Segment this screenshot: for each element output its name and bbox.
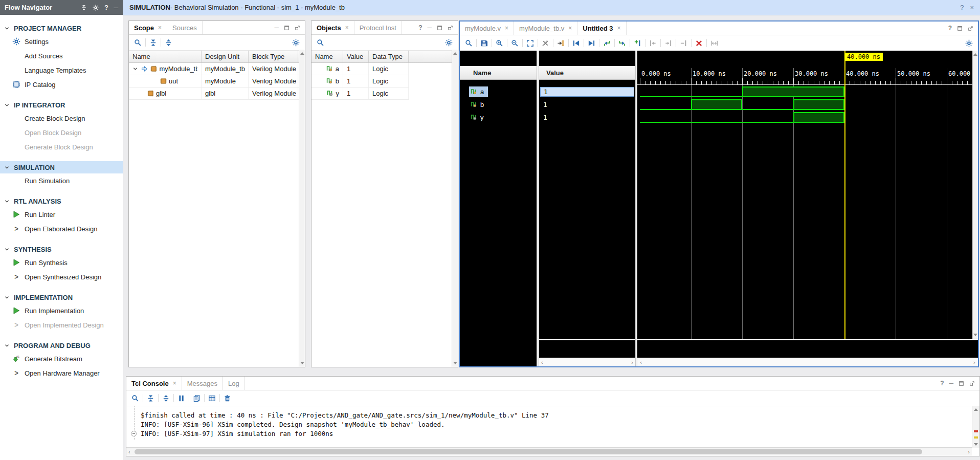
scroll-down-icon[interactable] (300, 362, 304, 364)
expand-all-icon[interactable] (162, 37, 175, 48)
zoom-cursor-icon[interactable] (539, 37, 552, 49)
trash-icon[interactable] (221, 392, 234, 404)
nav-item-run-linter[interactable]: Run Linter (0, 207, 123, 222)
help-icon[interactable]: ? (960, 4, 964, 11)
scope-row[interactable]: uutmyModuleVerilog Module (129, 75, 305, 87)
nav-item-ip-catalog[interactable]: IP Catalog (0, 77, 123, 92)
nav-item-open-hardware-manager[interactable]: >Open Hardware Manager (0, 366, 123, 380)
nav-item-create-block-design[interactable]: Create Block Design (0, 111, 123, 125)
wave-vertical-scrollbar[interactable] (972, 51, 978, 339)
nav-section-header-simulation[interactable]: SIMULATION (0, 161, 123, 173)
scroll-down-icon[interactable] (974, 443, 978, 446)
nav-section-header-rtl-analysis[interactable]: RTL ANALYSIS (0, 195, 123, 207)
nav-item-open-synthesized-design[interactable]: >Open Synthesized Design (0, 270, 123, 284)
column-header-design-unit[interactable]: Design Unit (202, 51, 249, 62)
gear-icon[interactable] (93, 5, 99, 11)
swap-cursors-icon[interactable] (708, 37, 721, 49)
scope-tab-scope[interactable]: Scope× (129, 21, 167, 34)
nav-section-header-synthesis[interactable]: SYNTHESIS (0, 243, 123, 255)
scrollbar-thumb[interactable] (135, 449, 922, 454)
go-to-time-icon[interactable] (554, 37, 567, 49)
pause-icon[interactable] (175, 392, 188, 404)
chevron-down-icon[interactable] (4, 247, 10, 252)
objects-row[interactable]: b1Logic (311, 75, 409, 87)
nav-section-header-ip-integrator[interactable]: IP INTEGRATOR (0, 99, 123, 111)
wave-tab-untitled-3[interactable]: Untitled 3× (577, 21, 626, 35)
maximize-icon[interactable] (437, 25, 442, 31)
warning-marker[interactable] (974, 436, 978, 439)
nav-item-open-elaborated-design[interactable]: >Open Elaborated Design (0, 222, 123, 236)
console-hscrollbar[interactable]: ‹ › (126, 447, 972, 456)
console-tab-tcl-console[interactable]: Tcl Console× (126, 377, 182, 390)
collapse-all-icon[interactable] (144, 392, 157, 404)
help-icon[interactable]: ? (940, 380, 944, 387)
collapse-all-icon[interactable] (81, 5, 87, 11)
console-output[interactable]: $finish called at time : 40 ns : File "C… (126, 406, 971, 440)
nav-item-run-synthesis[interactable]: Run Synthesis (0, 255, 123, 270)
minimize-icon[interactable]: ─ (274, 24, 279, 31)
collapse-all-icon[interactable] (147, 37, 160, 48)
float-icon[interactable] (968, 26, 973, 31)
nav-item-language-templates[interactable]: Language Templates (0, 63, 123, 77)
column-header-name[interactable]: Name (129, 51, 202, 62)
objects-row[interactable]: y1Logic (311, 87, 409, 100)
scroll-up-icon[interactable] (973, 53, 977, 56)
scope-vertical-scrollbar[interactable] (299, 50, 305, 367)
scroll-left-icon[interactable]: ‹ (128, 449, 130, 455)
copy-icon[interactable] (190, 392, 203, 404)
search-icon[interactable] (462, 37, 475, 49)
minimize-icon[interactable]: ─ (949, 380, 953, 387)
wave-signal-value-row[interactable]: 1 (539, 85, 635, 98)
settings-gear-icon[interactable] (442, 37, 455, 48)
float-icon[interactable] (969, 381, 975, 386)
zoom-fit-icon[interactable] (524, 37, 537, 49)
maximize-icon[interactable] (957, 26, 963, 31)
nav-section-header-implementation[interactable]: IMPLEMENTATION (0, 291, 123, 303)
nav-section-header-project-manager[interactable]: PROJECT MANAGER (0, 22, 123, 34)
settings-gear-icon[interactable] (289, 37, 302, 48)
error-marker[interactable] (974, 430, 978, 432)
close-icon[interactable]: × (173, 380, 176, 387)
column-header-data-type[interactable]: Data Type (369, 51, 409, 62)
chevron-down-icon[interactable] (4, 199, 10, 204)
zoom-out-icon[interactable] (508, 37, 521, 49)
float-icon[interactable] (295, 25, 300, 31)
save-icon[interactable] (478, 37, 491, 49)
scroll-left-icon[interactable]: ‹ (541, 359, 543, 365)
close-icon[interactable]: × (345, 24, 349, 31)
wave-signal-name-row[interactable]: a (460, 85, 537, 98)
scroll-up-icon[interactable] (453, 52, 457, 55)
scroll-right-icon[interactable]: › (972, 359, 976, 366)
prev-marker-icon[interactable] (647, 37, 659, 49)
chevron-down-icon[interactable] (4, 26, 10, 31)
help-icon[interactable]: ? (104, 4, 108, 11)
next-transition-icon[interactable] (616, 37, 629, 49)
objects-tab-objects[interactable]: Objects× (311, 21, 354, 34)
minimize-icon[interactable]: ─ (114, 4, 118, 11)
value-hscrollbar[interactable]: ‹ › (539, 358, 635, 366)
wave-signal-value-row[interactable]: 1 (539, 111, 635, 124)
wave-plot-area[interactable]: ‹ › 0.000 ns10.000 ns20.000 ns30.000 ns4… (637, 51, 978, 366)
scope-row[interactable]: myModule_tbmyModule_tbVerilog Module (129, 63, 305, 75)
help-icon[interactable]: ? (418, 24, 422, 31)
chevron-down-icon[interactable] (4, 343, 10, 348)
column-header-name[interactable]: Name (311, 51, 343, 62)
objects-vertical-scrollbar[interactable] (452, 50, 458, 367)
expand-all-icon[interactable] (160, 392, 172, 404)
scope-row[interactable]: glblglblVerilog Module (129, 87, 305, 100)
zoom-in-icon[interactable] (493, 37, 506, 49)
close-icon[interactable]: × (970, 4, 974, 11)
search-icon[interactable] (129, 392, 142, 404)
close-icon[interactable]: × (505, 25, 508, 32)
nav-item-generate-bitstream[interactable]: 01Generate Bitstream (0, 352, 123, 366)
scroll-right-icon[interactable]: › (631, 359, 633, 365)
search-icon[interactable] (314, 37, 327, 48)
nav-item-run-simulation[interactable]: Run Simulation (0, 173, 123, 188)
scroll-left-icon[interactable]: ‹ (639, 359, 643, 366)
search-icon[interactable] (131, 37, 144, 48)
report-icon[interactable] (206, 392, 218, 404)
chevron-down-icon[interactable] (4, 165, 10, 170)
chevron-down-icon[interactable] (132, 66, 139, 72)
scroll-up-icon[interactable] (300, 52, 304, 55)
prev-transition-icon[interactable] (600, 37, 613, 49)
